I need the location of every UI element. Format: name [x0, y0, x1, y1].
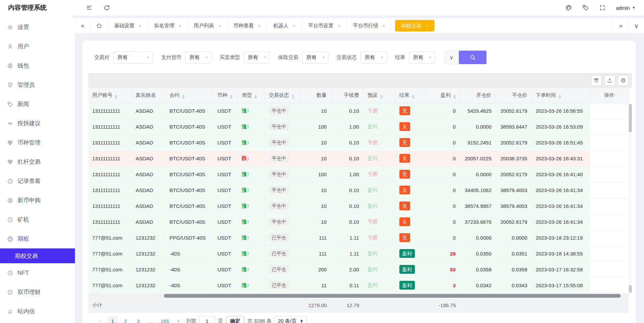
close-icon[interactable]: × [178, 23, 181, 29]
filter-select[interactable]: 所有▼ [185, 51, 212, 63]
sort-asc-icon [412, 95, 415, 97]
tab[interactable]: 平台币设置× [302, 18, 347, 33]
close-icon[interactable]: × [382, 23, 386, 29]
cell-status: 已平仓 [265, 277, 299, 293]
tabs-menu-icon[interactable]: ∨ [628, 18, 644, 33]
sort-icon[interactable] [292, 95, 294, 99]
tab[interactable]: 平台币行情× [347, 18, 392, 33]
cell-close: 0.0343 [496, 277, 531, 293]
sidebar-item[interactable]: 用户 [0, 37, 75, 56]
cell-name: ASDAD [131, 214, 165, 230]
close-icon[interactable]: × [258, 23, 261, 29]
sidebar-item[interactable]: 投拆建议 [0, 114, 75, 133]
vertical-scrollbar-thumb[interactable] [629, 104, 632, 132]
close-icon[interactable]: × [425, 23, 428, 29]
pagination-page[interactable]: 3 [133, 316, 143, 323]
sort-icon[interactable] [254, 95, 257, 99]
tabs-scroll-right-icon[interactable]: » [613, 18, 628, 33]
sidebar-item[interactable]: 币种管理 [0, 133, 75, 152]
theme-palette-icon[interactable] [565, 4, 572, 11]
confirm-button[interactable]: 确定 [226, 316, 244, 323]
col-header-time[interactable]: 下单时间 [531, 88, 590, 103]
horizontal-scrollbar-thumb[interactable] [164, 294, 621, 298]
col-header-coin[interactable]: 币种 [213, 88, 238, 103]
pagination-page[interactable]: 2 [121, 316, 130, 323]
status-badge: 已平仓 [269, 265, 289, 273]
search-button[interactable] [459, 51, 487, 64]
tab[interactable]: 币种查看× [227, 18, 267, 33]
close-icon[interactable]: × [139, 23, 142, 29]
sort-icon[interactable] [115, 95, 118, 99]
pagination-next[interactable]: › [173, 316, 183, 323]
result-badge: 无 [399, 217, 410, 226]
sort-icon[interactable] [182, 95, 185, 99]
tab[interactable]: 期权交易× [395, 20, 435, 31]
filter-group: 支付货币所有▼ [161, 51, 212, 63]
horizontal-scrollbar[interactable] [88, 294, 629, 298]
cell-preset: 亏损 [363, 166, 395, 182]
sort-icon[interactable] [559, 95, 561, 99]
col-header-type[interactable]: 类型 [238, 88, 265, 103]
sort-icon[interactable] [230, 95, 233, 99]
sort-desc-icon [230, 97, 233, 99]
home-tab-icon[interactable] [91, 18, 108, 33]
sidebar-item[interactable]: 新闻 [0, 95, 75, 114]
sort-icon[interactable] [412, 95, 415, 99]
column-label: 结果 [399, 92, 410, 98]
tab[interactable]: 机器人× [267, 18, 302, 33]
sidebar-item[interactable]: 钱包 [0, 56, 75, 75]
col-header-preset[interactable]: 预设 [363, 88, 395, 103]
clock-icon [7, 236, 13, 242]
fullscreen-icon[interactable] [599, 4, 606, 11]
filter-select[interactable]: 所有▼ [409, 51, 435, 63]
vertical-scrollbar[interactable] [629, 103, 632, 293]
cell-name: 1231232 [131, 262, 165, 277]
pagination-prev[interactable]: ‹ [95, 316, 105, 323]
col-header-profit[interactable]: 盈利 [426, 88, 460, 103]
close-icon[interactable]: × [218, 23, 221, 29]
sidebar-collapse-icon[interactable] [86, 4, 93, 11]
pagination-page[interactable]: 1 [108, 316, 118, 323]
pagination-page[interactable]: 165 [159, 316, 170, 323]
cell-preset: 盈利 [363, 246, 395, 262]
sidebar-subitem[interactable]: 期权交易 [0, 248, 75, 263]
tag-icon[interactable] [582, 4, 589, 11]
sidebar-item[interactable]: 设置 [0, 18, 75, 37]
sidebar-item[interactable]: 站内信 [0, 302, 75, 321]
sidebar-item[interactable]: 管理员 [0, 75, 75, 95]
tab[interactable]: 实名管理× [148, 18, 188, 33]
user-menu[interactable]: admin ▼ [616, 5, 635, 11]
summary-cell-fee: 12.79 [331, 298, 363, 313]
col-header-contract[interactable]: 合约 [165, 88, 213, 103]
goto-page-input[interactable] [199, 316, 215, 323]
sort-icon[interactable] [380, 95, 383, 99]
print-button[interactable] [618, 75, 628, 86]
sidebar-item[interactable]: 杠杆交易 [0, 152, 75, 171]
close-icon[interactable]: × [338, 23, 341, 29]
sort-icon[interactable] [453, 95, 456, 99]
col-header-status[interactable]: 交易状态 [265, 88, 299, 103]
filter-select[interactable]: 所有▼ [244, 51, 270, 63]
sidebar-item[interactable]: 双币理财 [0, 282, 75, 302]
tab[interactable]: 用户列表× [188, 18, 228, 33]
sidebar-item[interactable]: NFT [0, 263, 75, 282]
close-icon[interactable]: × [293, 23, 296, 29]
col-header-result[interactable]: 结果 [395, 88, 426, 103]
sidebar-item[interactable]: 矿机 [0, 210, 75, 229]
export-button[interactable] [604, 75, 615, 86]
refresh-icon[interactable] [103, 4, 110, 11]
filter-select[interactable]: 所有▼ [361, 51, 387, 63]
filter-select[interactable]: 所有▼ [302, 51, 328, 63]
sidebar-item[interactable]: 期权 [0, 229, 75, 248]
sidebar-item[interactable]: 新币申购 [0, 191, 75, 210]
cell-name: 1231232 [131, 230, 165, 246]
sidebar-item[interactable]: 记录查看 [0, 171, 75, 191]
type-value: 涨↑ [242, 187, 250, 193]
filter-select[interactable]: 所有▼ [113, 51, 153, 63]
col-header-account[interactable]: 用户账号 [88, 88, 131, 103]
tabs-scroll-left-icon[interactable]: « [75, 18, 91, 33]
tab[interactable]: 基础设置× [108, 18, 148, 33]
grid-button[interactable] [591, 75, 601, 86]
filter-collapse-button[interactable]: ∨ [444, 51, 459, 64]
page-size-select[interactable]: 20 条/页∨ [275, 316, 307, 323]
